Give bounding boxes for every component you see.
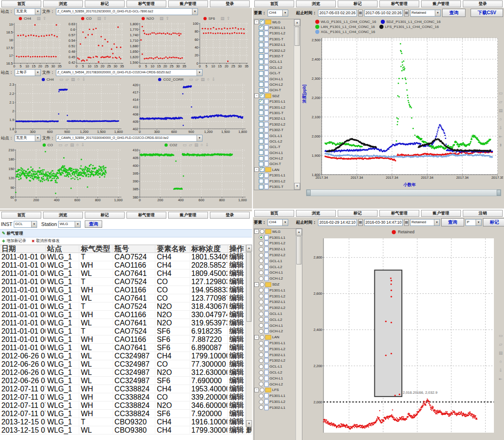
scroll-up-icon[interactable]: ▲	[246, 245, 252, 252]
item-checkbox[interactable]	[259, 133, 263, 138]
nav-tab-0[interactable]: 首页	[254, 210, 294, 217]
save-icon[interactable]: ▤	[71, 77, 75, 82]
nav-tab-5[interactable]: 注销	[463, 210, 503, 217]
table-row[interactable]: 2011-01-01 00:00:00WLG_1TCAO7524SF66.918…	[0, 327, 252, 336]
chevron-down-icon[interactable]: ▼	[282, 220, 288, 226]
edit-link[interactable]: 编辑	[229, 418, 244, 425]
edit-link[interactable]: 编辑	[229, 343, 244, 351]
item-radio[interactable]	[259, 258, 263, 263]
collapse-icon[interactable]: −	[254, 229, 259, 234]
mark-button[interactable]: 标记	[483, 218, 504, 226]
tree-item[interactable]: P1302-L1	[254, 116, 300, 121]
item-radio[interactable]	[259, 358, 263, 363]
chevron-down-icon[interactable]: ▼	[434, 220, 439, 226]
download-icon[interactable]: ⇩	[81, 143, 85, 147]
tree-vscrollbar[interactable]: ▲	[296, 229, 302, 440]
item-radio[interactable]	[259, 247, 263, 252]
item-radio[interactable]	[259, 288, 263, 292]
table-row[interactable]: 2012-06-26 04:00:00WLG_1WLCC324987CH4179…	[0, 352, 252, 360]
add-record-button[interactable]: ✚增加新记录	[2, 238, 26, 244]
table-row[interactable]: 2011-01-01 00:00:00WLG_1WHCAO1166CO194.9…	[0, 286, 252, 294]
chevron-down-icon[interactable]: ▼	[35, 70, 40, 76]
search-button[interactable]: 查询	[442, 9, 466, 17]
download-icon[interactable]: ⇩	[499, 126, 503, 130]
tree-item[interactable]: P1301-L2	[254, 104, 300, 110]
nav-tab-1[interactable]: 浏览	[43, 212, 83, 219]
save-icon[interactable]: ▤	[201, 77, 205, 82]
zoom-out-icon[interactable]: ▱	[66, 77, 69, 82]
nav-tab-0[interactable]: 首页	[254, 0, 294, 7]
item-radio[interactable]	[259, 323, 263, 328]
slider-left-handle[interactable]	[307, 190, 311, 196]
edit-link[interactable]: 编辑	[229, 261, 244, 269]
zoom-out-icon[interactable]: ⇪	[103, 16, 107, 21]
tree-item[interactable]: GCL-L1	[254, 59, 300, 65]
edit-link[interactable]: 编辑	[229, 327, 244, 335]
item-checkbox[interactable]	[259, 116, 263, 121]
nav-tab-4[interactable]: 账户管理	[421, 0, 461, 7]
pan-left-icon[interactable]: ⇤	[499, 377, 503, 381]
file-select[interactable]: Z_CAWN_I_52859_20170129230000_O_GHG-FLD-…	[56, 8, 198, 15]
column-header[interactable]: 标气类型	[79, 244, 113, 254]
table-row[interactable]: 2012-07-11 07:00:00WLG_1WHCC338824SF67.9…	[0, 410, 252, 418]
timeseries-chart-ch4[interactable]: 2,5002,4002,3002,2002,1002,0001,9001,800…	[302, 34, 503, 187]
tree-item[interactable]: GCL-L2	[254, 317, 302, 323]
scatter-chart-co2[interactable]: 41040540039539038538002004006008001,000	[126, 148, 249, 203]
zoom-out-icon[interactable]: ⇪	[43, 16, 46, 21]
tree-item[interactable]: GCL-T	[254, 71, 300, 76]
tree-group[interactable]: −LAN	[254, 334, 302, 340]
tree-item[interactable]: GCH-L1	[254, 76, 300, 82]
nav-tab-3[interactable]: 标气管理	[126, 212, 166, 219]
nav-tab-3[interactable]: 标气管理	[379, 0, 419, 7]
table-row[interactable]: 2013-12-15 08:00:00WLG_1WLCBO9380CH41799…	[0, 426, 252, 434]
nav-tab-5[interactable]: 登录	[210, 0, 250, 7]
scroll-up-icon[interactable]: ▲	[296, 229, 302, 236]
item-checkbox[interactable]	[259, 105, 263, 110]
item-radio[interactable]	[259, 400, 263, 404]
save-icon[interactable]: ▤	[70, 143, 74, 147]
item-radio[interactable]	[259, 306, 263, 310]
save-icon[interactable]: ▤	[194, 143, 198, 147]
group-checkbox[interactable]	[260, 20, 264, 24]
tree-item[interactable]: P1301-T	[254, 184, 300, 189]
scatter-chart-co[interactable]: 0.630.60.570.540.510.480.450.42051015202…	[64, 21, 126, 69]
end-time-input[interactable]: 2017-05-10 02:20:26	[364, 10, 403, 16]
item-checkbox[interactable]	[259, 65, 263, 70]
item-radio[interactable]	[259, 270, 263, 275]
tree-item[interactable]: GCL-L2	[254, 65, 300, 70]
tree-item[interactable]: GCL-L2	[254, 369, 302, 375]
tree-item[interactable]: P1301-L1	[254, 393, 302, 399]
nav-tab-2[interactable]: 标记	[85, 212, 125, 219]
item-radio[interactable]	[259, 370, 263, 375]
tree-item[interactable]: P1302-L2	[254, 121, 300, 127]
tree-item[interactable]: GCL-T	[254, 144, 300, 150]
item-radio[interactable]	[259, 382, 263, 386]
tree-item[interactable]: P1302-L1	[254, 299, 302, 305]
tree-group[interactable]: −SDZ	[254, 281, 302, 287]
flag-select[interactable]: Retained▼	[410, 10, 441, 16]
table-row[interactable]: 2011-01-01 00:00:00WLG_1WHCAO1166SF67.88…	[0, 336, 252, 344]
edit-link[interactable]: 编辑	[229, 352, 244, 359]
group-checkbox[interactable]	[260, 94, 264, 98]
column-header[interactable]: 日期	[0, 244, 46, 254]
scroll-thumb[interactable]	[296, 236, 301, 264]
refresh-icon[interactable]: ○	[207, 77, 209, 82]
item-checkbox[interactable]	[259, 185, 263, 189]
edit-link[interactable]: 编辑	[229, 335, 244, 343]
chevron-down-icon[interactable]: ▼	[35, 135, 40, 141]
tree-item[interactable]: GCH-T	[254, 161, 300, 167]
table-row[interactable]: 2011-01-01 00:00:00WLG_1WHCAO1166CH42028…	[0, 261, 252, 270]
item-checkbox[interactable]	[259, 150, 263, 155]
table-row[interactable]: 2012-07-11 07:00:00WLG_1WHCC338824CO339.…	[0, 393, 252, 402]
edit-link[interactable]: 编辑	[229, 401, 244, 409]
nav-tab-5[interactable]: 登录	[463, 0, 503, 7]
tree-item[interactable]: GCL-L1	[254, 133, 300, 138]
tree-vscrollbar[interactable]: ▲▼	[294, 19, 300, 190]
zoom-out-icon[interactable]: ▱	[499, 99, 502, 104]
scatter-chart-n2o[interactable]: 1,8001,7701,7401,7101,6801,6501,6201,590…	[126, 21, 188, 69]
nav-tab-1[interactable]: 浏览	[296, 0, 336, 7]
tree-item[interactable]: P1301-L2	[254, 241, 302, 247]
item-checkbox[interactable]	[259, 48, 263, 53]
tree-item[interactable]: GCH-L2	[254, 381, 302, 387]
tree-item[interactable]: P1301-L2	[254, 399, 302, 405]
